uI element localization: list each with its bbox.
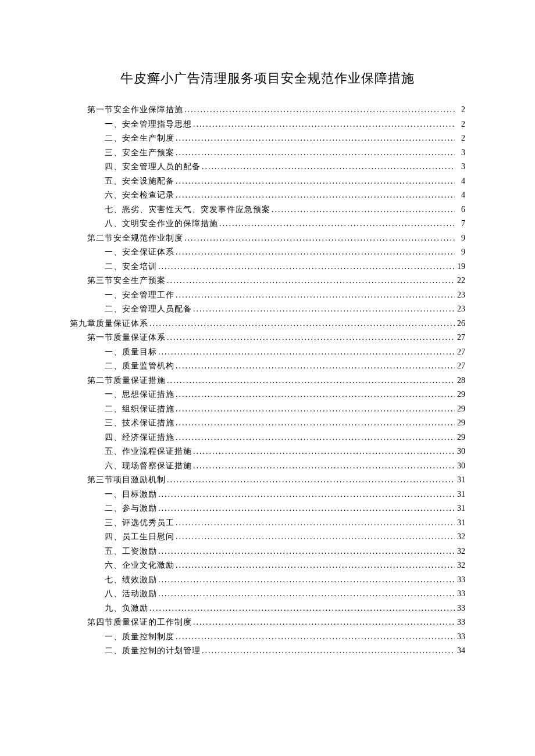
toc-entry-label: 六、企业文化激励 (105, 561, 174, 569)
toc-leader-dots (166, 476, 455, 484)
toc-entry: 六、企业文化激励32 (70, 561, 465, 569)
toc-entry-page: 31 (455, 476, 465, 484)
toc-entry-page: 6 (455, 206, 465, 214)
toc-leader-dots (157, 348, 455, 356)
toc-entry-page: 33 (455, 576, 465, 584)
toc-leader-dots (183, 106, 455, 114)
toc-entry-page: 29 (455, 433, 465, 442)
toc-entry-label: 一、安全保证体系 (105, 248, 174, 256)
toc-leader-dots (174, 362, 455, 370)
toc-leader-dots (174, 561, 455, 569)
toc-entry: 第二节质量保证措施28 (70, 377, 465, 385)
toc-leader-dots (148, 320, 455, 328)
toc-entry-page: 9 (455, 248, 465, 256)
toc-entry: 第二节安全规范作业制度9 (70, 234, 465, 242)
toc-entry: 第九章质量保证体系26 (70, 320, 465, 328)
toc-entry-label: 三、技术保证措施 (105, 419, 174, 427)
toc-entry: 二、安全管理人员配备23 (70, 305, 465, 313)
toc-entry: 二、安全培训19 (70, 263, 465, 271)
toc-leader-dots (157, 590, 455, 598)
toc-entry-page: 7 (455, 220, 465, 228)
toc-entry-page: 31 (455, 490, 465, 499)
toc-entry-page: 2 (455, 106, 465, 114)
toc-entry-label: 二、安全培训 (105, 263, 157, 271)
toc-entry: 四、员工生日慰问32 (70, 533, 465, 541)
toc-leader-dots (157, 490, 455, 499)
toc-entry-page: 27 (455, 348, 465, 356)
toc-entry-label: 六、现场督察保证措施 (105, 462, 192, 470)
toc-entry: 七、恶劣、灾害性天气、突发事件应急预案6 (70, 206, 465, 214)
toc-leader-dots (174, 191, 455, 199)
toc-entry: 六、现场督察保证措施30 (70, 462, 465, 470)
toc-entry-page: 4 (455, 177, 465, 185)
toc-leader-dots (174, 533, 455, 541)
toc-entry-page: 26 (455, 320, 465, 328)
toc-entry: 第一节质量保证体系27 (70, 334, 465, 342)
toc-leader-dots (192, 462, 455, 470)
toc-entry-label: 九、负激励 (105, 604, 148, 612)
toc-entry-page: 9 (455, 234, 465, 242)
toc-leader-dots (201, 163, 455, 171)
toc-entry-page: 2 (455, 134, 465, 142)
toc-entry-label: 一、安全管理指导思想 (105, 120, 192, 128)
toc-entry-label: 二、安全生产制度 (105, 134, 174, 142)
toc-entry-label: 二、参与激励 (105, 504, 157, 513)
toc-entry: 六、安全检查记录4 (70, 191, 465, 199)
toc-entry-page: 27 (455, 334, 465, 342)
toc-entry: 二、参与激励31 (70, 504, 465, 513)
toc-entry: 四、经济保证措施29 (70, 433, 465, 442)
toc-entry: 五、作业流程保证措施30 (70, 447, 465, 456)
toc-entry-page: 33 (455, 590, 465, 598)
toc-entry-label: 一、思想保证措施 (105, 390, 174, 399)
toc-entry: 三、技术保证措施29 (70, 419, 465, 427)
toc-entry: 八、活动激励33 (70, 590, 465, 598)
toc-leader-dots (148, 604, 455, 612)
toc-entry-page: 3 (455, 149, 465, 157)
toc-entry-label: 第四节质量保证的工作制度 (87, 618, 192, 626)
toc-entry-page: 32 (455, 547, 465, 556)
toc-leader-dots (174, 291, 455, 299)
toc-leader-dots (218, 220, 455, 228)
toc-leader-dots (174, 134, 455, 142)
toc-leader-dots (183, 234, 455, 242)
toc-entry-label: 第三节安全生产预案 (87, 277, 166, 285)
toc-entry-label: 二、质量控制的计划管理 (105, 647, 201, 655)
toc-entry-label: 第一节质量保证体系 (87, 334, 166, 342)
table-of-contents: 第一节安全作业保障措施2一、安全管理指导思想2二、安全生产制度2三、安全生产预案… (70, 106, 465, 655)
toc-entry: 三、安全生产预案3 (70, 149, 465, 157)
toc-leader-dots (174, 433, 455, 442)
toc-leader-dots (174, 519, 455, 527)
toc-entry-page: 30 (455, 447, 465, 456)
toc-leader-dots (157, 263, 455, 271)
toc-leader-dots (174, 405, 455, 413)
toc-entry: 七、绩效激励33 (70, 576, 465, 584)
toc-entry-label: 四、员工生日慰问 (105, 533, 174, 541)
toc-entry-label: 二、质量监管机构 (105, 362, 174, 370)
toc-leader-dots (174, 177, 455, 185)
toc-entry: 五、工资激励32 (70, 547, 465, 556)
toc-leader-dots (192, 305, 455, 313)
toc-entry-page: 31 (455, 504, 465, 513)
toc-entry: 一、安全管理指导思想2 (70, 120, 465, 128)
toc-entry: 第四节质量保证的工作制度33 (70, 618, 465, 626)
toc-entry: 第三节安全生产预案22 (70, 277, 465, 285)
toc-entry-page: 33 (455, 604, 465, 612)
toc-entry: 九、负激励33 (70, 604, 465, 612)
toc-entry: 三、评选优秀员工31 (70, 519, 465, 527)
toc-entry-label: 二、组织保证措施 (105, 405, 174, 413)
toc-leader-dots (192, 447, 455, 456)
toc-entry: 一、思想保证措施29 (70, 390, 465, 399)
document-title: 牛皮癣小广告清理服务项目安全规范作业保障措施 (70, 70, 465, 87)
toc-entry-page: 32 (455, 561, 465, 569)
toc-entry: 第三节项目激励机制31 (70, 476, 465, 484)
toc-entry: 二、质量监管机构27 (70, 362, 465, 370)
toc-leader-dots (174, 248, 455, 256)
toc-entry-page: 34 (455, 647, 465, 655)
toc-leader-dots (166, 277, 455, 285)
toc-entry-label: 五、作业流程保证措施 (105, 447, 192, 456)
toc-entry-page: 29 (455, 419, 465, 427)
toc-entry: 二、质量控制的计划管理34 (70, 647, 465, 655)
toc-entry-label: 一、目标激励 (105, 490, 157, 499)
toc-entry: 一、目标激励31 (70, 490, 465, 499)
toc-leader-dots (174, 390, 455, 399)
